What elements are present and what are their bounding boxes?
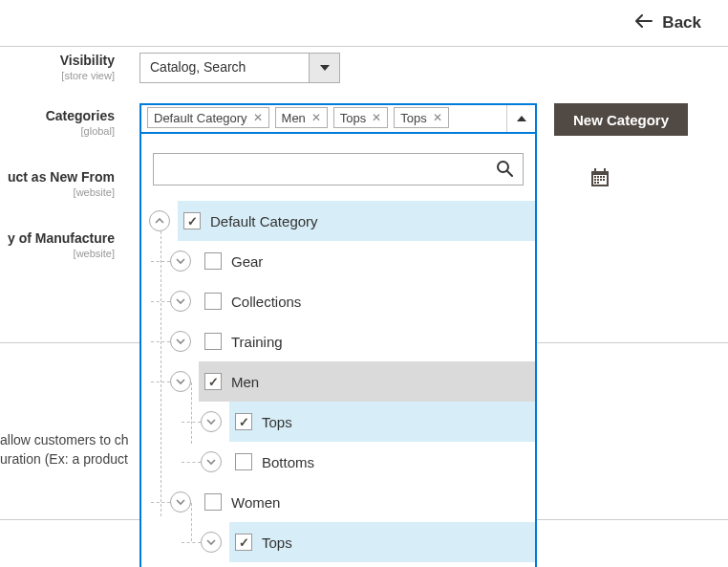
chip-label: Default Category [154, 111, 247, 125]
tree-expand-icon[interactable] [170, 491, 191, 512]
calendar-icon[interactable] [590, 168, 610, 190]
tree-item-label: Bottoms [262, 454, 314, 470]
svg-rect-12 [594, 182, 596, 184]
svg-rect-7 [603, 176, 605, 178]
tree-expand-icon[interactable] [170, 371, 191, 392]
close-icon[interactable]: ✕ [433, 111, 442, 124]
category-tree[interactable]: Default Category Gear [141, 201, 535, 564]
search-icon [496, 160, 513, 180]
category-chip[interactable]: Tops ✕ [394, 107, 448, 128]
svg-rect-8 [594, 179, 596, 181]
tree-checkbox[interactable] [235, 534, 252, 551]
tree-checkbox[interactable] [204, 252, 222, 270]
tree-item-label: Collections [231, 294, 301, 310]
chip-label: Tops [400, 111, 426, 125]
svg-rect-13 [597, 182, 599, 184]
chip-label: Tops [340, 111, 366, 125]
svg-rect-2 [594, 168, 596, 173]
tree-checkbox[interactable] [235, 413, 252, 430]
tree-item-label: Default Category [210, 213, 318, 229]
svg-line-15 [507, 171, 512, 176]
tree-expand-icon[interactable] [170, 251, 191, 272]
tree-expand-icon[interactable] [201, 451, 222, 472]
svg-rect-5 [597, 176, 599, 178]
tree-checkbox[interactable] [204, 373, 222, 390]
country-scope: [website] [0, 248, 115, 259]
tree-expand-icon[interactable] [201, 532, 222, 553]
close-icon[interactable]: ✕ [372, 111, 381, 124]
new-category-button[interactable]: New Category [554, 103, 688, 136]
arrow-left-icon [635, 13, 653, 33]
new-category-label: New Category [573, 112, 669, 128]
category-search-input[interactable] [153, 153, 524, 185]
svg-rect-6 [600, 176, 602, 178]
tree-collapse-icon[interactable] [149, 210, 170, 231]
category-chip[interactable]: Men ✕ [275, 107, 328, 128]
newfrom-scope: [website] [0, 186, 115, 198]
categories-multiselect[interactable]: Default Category ✕ Men ✕ Tops ✕ Tops ✕ [139, 103, 537, 567]
category-chip[interactable]: Tops ✕ [333, 107, 388, 128]
svg-rect-11 [603, 179, 605, 181]
tree-checkbox[interactable] [204, 493, 222, 511]
tree-item-label: Men [231, 374, 259, 390]
visibility-scope: [store view] [0, 70, 115, 81]
newfrom-label: uct as New From [0, 169, 115, 185]
categories-label: Categories [0, 108, 115, 123]
chevron-up-icon [517, 116, 526, 121]
svg-rect-4 [594, 176, 596, 178]
close-icon[interactable]: ✕ [253, 111, 263, 124]
svg-rect-9 [597, 179, 599, 181]
tree-expand-icon[interactable] [170, 331, 191, 352]
tree-checkbox[interactable] [235, 453, 252, 470]
chip-label: Men [282, 111, 306, 125]
tree-item-label: Tops [262, 534, 292, 551]
tree-item-label: Gear [231, 253, 263, 270]
category-chip[interactable]: Default Category ✕ [147, 107, 269, 128]
dropdown-toggle[interactable] [506, 105, 535, 132]
chevron-down-icon [309, 54, 339, 82]
categories-scope: [global] [0, 125, 115, 137]
svg-rect-3 [604, 168, 606, 173]
svg-rect-10 [600, 179, 602, 181]
tree-checkbox[interactable] [183, 212, 201, 229]
tree-expand-icon[interactable] [201, 411, 222, 432]
visibility-select[interactable]: Catalog, Search [139, 53, 340, 83]
tree-item-label: Women [231, 494, 280, 511]
tree-checkbox[interactable] [204, 333, 222, 350]
tree-expand-icon[interactable] [170, 291, 191, 312]
tree-item-label: Tops [262, 414, 292, 430]
close-icon[interactable]: ✕ [311, 111, 321, 124]
visibility-value: Catalog, Search [140, 54, 309, 82]
back-label: Back [662, 13, 701, 33]
back-button[interactable]: Back [635, 13, 701, 33]
country-label: y of Manufacture [0, 230, 115, 246]
tree-checkbox[interactable] [204, 293, 222, 310]
visibility-label: Visibility [0, 53, 115, 68]
tree-item-label: Training [231, 334, 283, 350]
